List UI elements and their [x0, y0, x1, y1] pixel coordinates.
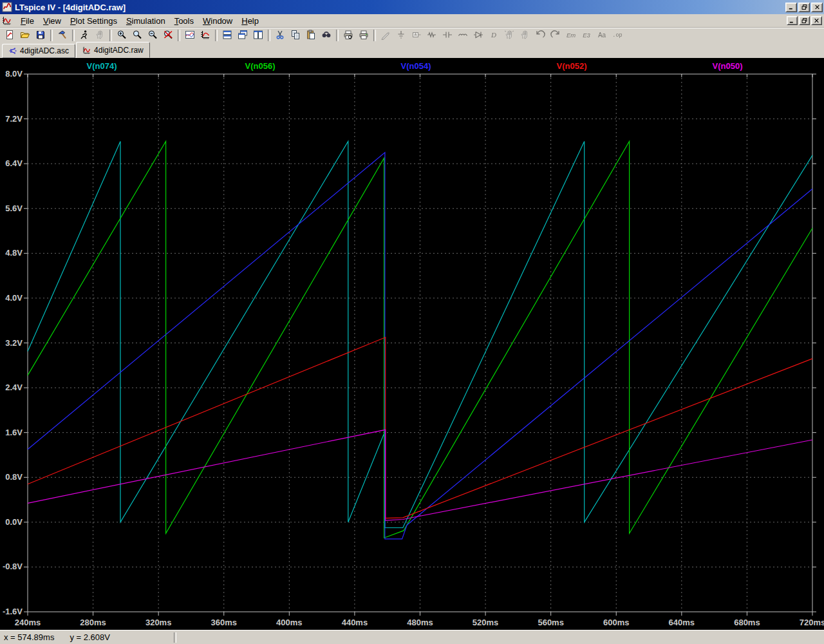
copy-icon — [290, 30, 301, 42]
menu-window[interactable]: Window — [198, 15, 237, 27]
control-panel-icon — [57, 30, 68, 42]
place-resistor-icon — [427, 30, 437, 42]
menu-plot-settings[interactable]: Plot Settings — [66, 15, 122, 27]
menu-simulation[interactable]: Simulation — [122, 15, 170, 27]
document-close-button[interactable] — [811, 16, 822, 25]
svg-text:Aa: Aa — [598, 31, 606, 38]
window-title: LTspice IV - [4digitADC.raw] — [15, 3, 126, 12]
paste-icon — [306, 30, 316, 42]
print-icon — [359, 30, 369, 42]
zoom-out-button[interactable] — [145, 29, 160, 43]
x-tick-label: 440ms — [342, 618, 368, 627]
x-tick-label: 360ms — [211, 618, 237, 627]
place-ground-icon — [396, 30, 406, 42]
trace-vn056[interactable] — [28, 141, 812, 538]
cut-button[interactable] — [272, 29, 288, 43]
draw-wire-button — [378, 29, 393, 43]
plot-settings-icon — [185, 30, 195, 42]
title-bar: LTspice IV - [4digitADC.raw] — [0, 0, 824, 14]
save-button[interactable] — [33, 29, 48, 43]
child-window-icon — [2, 15, 12, 26]
place-diode-button — [471, 29, 486, 43]
legend-vn056[interactable]: V(n056) — [245, 61, 276, 71]
halt-button — [92, 29, 108, 43]
autorange-axes-button[interactable] — [198, 29, 213, 43]
print-preview-button[interactable] — [341, 29, 356, 43]
toolbar-separator — [109, 30, 112, 41]
y-tick-label: 0.8V — [5, 472, 23, 482]
menu-help[interactable]: Help — [237, 15, 263, 27]
mirror-icon: Em — [566, 30, 576, 42]
legend-vn052[interactable]: V(n052) — [557, 61, 587, 71]
schematic-icon — [8, 46, 17, 55]
print-preview-icon — [343, 30, 353, 42]
zoom-in-button[interactable] — [114, 29, 129, 43]
legend-vn050[interactable]: V(n050) — [713, 61, 743, 71]
tab-bar: 4digitADC.asc4digitADC.raw — [0, 43, 824, 58]
statusbar-divider — [174, 632, 176, 643]
y-tick-label: 8.0V — [5, 69, 23, 79]
app-icon — [2, 2, 12, 12]
svg-text:D: D — [491, 31, 496, 39]
copy-button[interactable] — [288, 29, 303, 43]
trace-vn074[interactable] — [28, 141, 812, 527]
y-tick-label: 5.6V — [5, 204, 23, 213]
place-inductor-button — [455, 29, 471, 43]
cascade-windows-button[interactable] — [235, 29, 250, 43]
redo-icon — [550, 30, 561, 42]
new-schematic-icon — [5, 30, 15, 42]
y-tick-label: 0.0V — [5, 517, 23, 527]
label-net-icon — [411, 30, 422, 42]
control-panel-button[interactable] — [55, 29, 70, 43]
text-icon: Aa — [597, 30, 607, 42]
toolbar: DEmE3Aa.op — [0, 28, 824, 43]
document-restore-button[interactable] — [799, 16, 810, 25]
x-tick-label: 600ms — [603, 618, 629, 627]
y-tick-label: 7.2V — [5, 114, 23, 124]
cascade-windows-icon — [238, 30, 248, 42]
zoom-full-extents-button[interactable] — [160, 29, 176, 43]
y-tick-label: 4.8V — [5, 248, 23, 258]
paste-button[interactable] — [303, 29, 319, 43]
window-close-button[interactable] — [811, 3, 823, 12]
run-button[interactable] — [77, 29, 92, 43]
svg-text:E3: E3 — [583, 31, 590, 38]
y-tick-label: 6.4V — [5, 158, 23, 168]
tab-4digitadc.asc[interactable]: 4digitADC.asc — [2, 44, 75, 58]
rotate-icon: E3 — [581, 30, 592, 42]
place-inductor-icon — [458, 30, 468, 42]
menu-file[interactable]: File — [16, 15, 39, 27]
window-minimize-button[interactable] — [785, 3, 797, 12]
new-schematic-button[interactable] — [2, 29, 17, 43]
window-restore-button[interactable] — [798, 3, 810, 12]
tab-4digitadc.raw[interactable]: 4digitADC.raw — [76, 42, 150, 58]
open-button[interactable] — [17, 29, 33, 43]
y-tick-label: 4.0V — [5, 293, 23, 303]
zoom-area-button[interactable] — [129, 29, 145, 43]
print-button[interactable] — [356, 29, 371, 43]
menu-view[interactable]: View — [39, 15, 66, 27]
plot-settings-button[interactable] — [182, 29, 198, 43]
find-icon — [321, 30, 332, 42]
document-minimize-button[interactable] — [787, 16, 798, 25]
tile-horizontal-button[interactable] — [220, 29, 235, 43]
legend-vn054[interactable]: V(n054) — [401, 61, 431, 71]
drag-icon — [520, 30, 530, 42]
toolbar-separator — [336, 30, 339, 41]
label-net-button — [409, 29, 424, 43]
menu-tools[interactable]: Tools — [170, 15, 198, 27]
y-tick-label: 3.2V — [5, 338, 23, 348]
x-tick-label: 560ms — [538, 618, 563, 627]
tile-vertical-button[interactable] — [250, 29, 266, 43]
find-button[interactable] — [319, 29, 334, 43]
tile-vertical-icon — [253, 30, 263, 42]
y-tick-label: 2.4V — [5, 383, 23, 392]
cursor-x-readout: x = 574.89ms — [4, 632, 54, 642]
y-tick-label: 1.6V — [5, 428, 23, 437]
y-tick-label: -1.6V — [3, 607, 23, 616]
waveform-plot-area[interactable]: 240ms280ms320ms360ms400ms440ms480ms520ms… — [0, 58, 824, 630]
place-capacitor-button — [440, 29, 455, 43]
save-icon — [35, 30, 46, 42]
x-tick-label: 520ms — [473, 618, 498, 627]
legend-vn074[interactable]: V(n074) — [87, 61, 117, 71]
